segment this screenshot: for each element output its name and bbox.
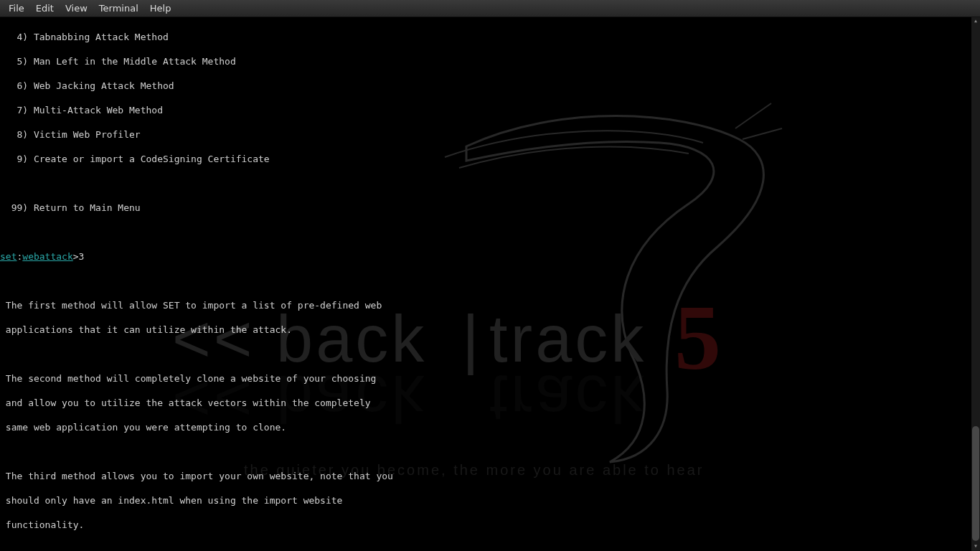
description-text: same web application you were attempting… bbox=[0, 421, 980, 433]
blank-line bbox=[0, 543, 980, 551]
scroll-down-icon[interactable]: ▾ bbox=[971, 542, 980, 551]
description-text: The third method allows you to import yo… bbox=[0, 470, 980, 482]
menu-edit[interactable]: Edit bbox=[30, 1, 60, 16]
scroll-thumb[interactable] bbox=[972, 426, 979, 541]
menu-option: 5) Man Left in the Middle Attack Method bbox=[0, 55, 980, 67]
menu-terminal[interactable]: Terminal bbox=[93, 1, 144, 16]
blank-line bbox=[0, 348, 980, 360]
scroll-up-icon[interactable]: ▴ bbox=[971, 17, 980, 26]
user-input: 3 bbox=[79, 251, 85, 262]
menu-bar: File Edit View Terminal Help bbox=[0, 0, 980, 17]
terminal-output[interactable]: 4) Tabnabbing Attack Method 5) Man Left … bbox=[0, 17, 980, 551]
terminal-window: << back | track 5 << back track the quie… bbox=[0, 17, 980, 551]
menu-view[interactable]: View bbox=[60, 1, 93, 16]
description-text: The first method will allow SET to impor… bbox=[0, 299, 980, 311]
menu-option: 7) Multi-Attack Web Method bbox=[0, 104, 980, 116]
blank-line bbox=[0, 226, 980, 238]
menu-option: 9) Create or import a CodeSigning Certif… bbox=[0, 153, 980, 165]
menu-option: 8) Victim Web Profiler bbox=[0, 128, 980, 141]
blank-line bbox=[0, 275, 980, 287]
blank-line bbox=[0, 177, 980, 189]
menu-option: 4) Tabnabbing Attack Method bbox=[0, 31, 980, 43]
prompt-line: set:webattack>3 bbox=[0, 250, 980, 263]
menu-file[interactable]: File bbox=[3, 1, 30, 16]
description-text: The second method will completely clone … bbox=[0, 372, 980, 385]
description-text: functionality. bbox=[0, 519, 980, 531]
prompt-module: webattack bbox=[22, 251, 72, 262]
scrollbar[interactable]: ▴ ▾ bbox=[971, 17, 980, 551]
menu-option: 6) Web Jacking Attack Method bbox=[0, 80, 980, 92]
prompt-set: set bbox=[0, 251, 17, 262]
menu-help[interactable]: Help bbox=[144, 1, 177, 16]
description-text: and allow you to utilize the attack vect… bbox=[0, 397, 980, 409]
blank-line bbox=[0, 446, 980, 458]
description-text: applications that it can utilize within … bbox=[0, 324, 980, 336]
description-text: should only have an index.html when usin… bbox=[0, 494, 980, 507]
menu-option: 99) Return to Main Menu bbox=[0, 202, 980, 214]
